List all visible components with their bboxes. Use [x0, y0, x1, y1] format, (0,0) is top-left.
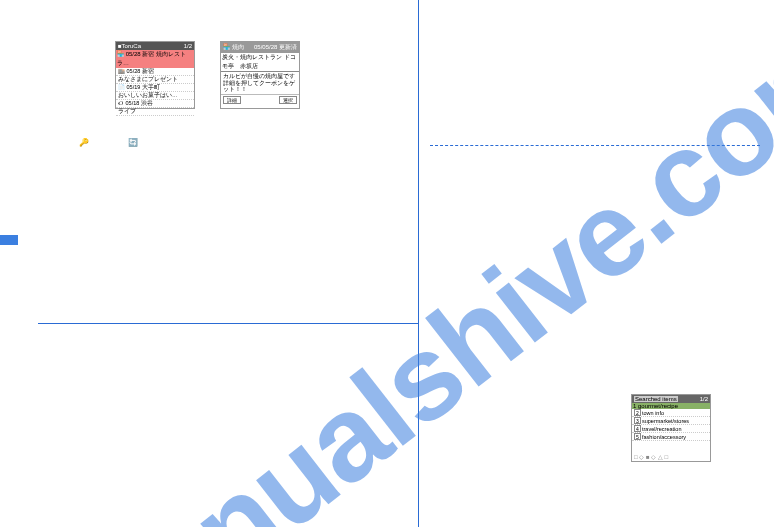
refresh-icon: 🔄	[128, 138, 137, 147]
ps2-date: 05/05/28 更新済	[254, 43, 297, 52]
phone-screen-toruca-list: ■ToruCa 1/2 🏪 05/28 新宿 焼肉レストラ… 🏬 05/28 新…	[115, 41, 195, 109]
horizontal-divider-right-dashed	[430, 145, 760, 146]
ps2-shop-name: 炭火・焼肉レストラン ドコモ亭 赤坂店	[221, 53, 299, 72]
list-item[interactable]: 🏬 05/28 新宿	[116, 68, 194, 76]
key-icon: 🔑	[79, 138, 88, 147]
vertical-divider	[418, 0, 419, 527]
list-item[interactable]: ライブ	[116, 108, 194, 116]
ps1-title: ■ToruCa	[118, 43, 141, 49]
list-item[interactable]: みなさまにプレゼント	[116, 76, 194, 84]
ps2-body: カルビが自慢の焼肉屋です 詳細を押してクーポンをゲット！！	[221, 72, 299, 94]
ps3-footer-icons: □ ◇ ■ ◇ △ □	[632, 453, 710, 460]
ps1-page: 1/2	[184, 43, 192, 49]
side-tab-mark	[0, 235, 18, 245]
list-item[interactable]: 📄 05/19 大手町	[116, 84, 194, 92]
list-item[interactable]: 3supermarket/stores	[632, 417, 710, 425]
list-item[interactable]: 🏷 05/18 渋谷	[116, 100, 194, 108]
list-item[interactable]: おいしいお菓子はい…	[116, 92, 194, 100]
list-item[interactable]: 2town info	[632, 409, 710, 417]
ps1-highlight-row[interactable]: 🏪 05/28 新宿 焼肉レストラ…	[116, 50, 194, 68]
list-item[interactable]: 4travel/recreation	[632, 425, 710, 433]
phone-screen-detail: 🏪 焼肉 05/05/28 更新済 炭火・焼肉レストラン ドコモ亭 赤坂店 カル…	[220, 41, 300, 109]
list-item[interactable]: 5fashion/accessory	[632, 433, 710, 441]
ps2-title: 🏪 焼肉	[223, 43, 244, 52]
select-button[interactable]: 選択	[279, 96, 297, 104]
ps3-page: 1/2	[700, 396, 708, 402]
detail-button[interactable]: 詳細	[223, 96, 241, 104]
ps3-title: Searched items	[634, 396, 678, 402]
horizontal-divider-left	[38, 323, 418, 324]
phone-screen-searched-items: Searched items 1/2 1 gourmet/recipe 2tow…	[631, 394, 711, 462]
